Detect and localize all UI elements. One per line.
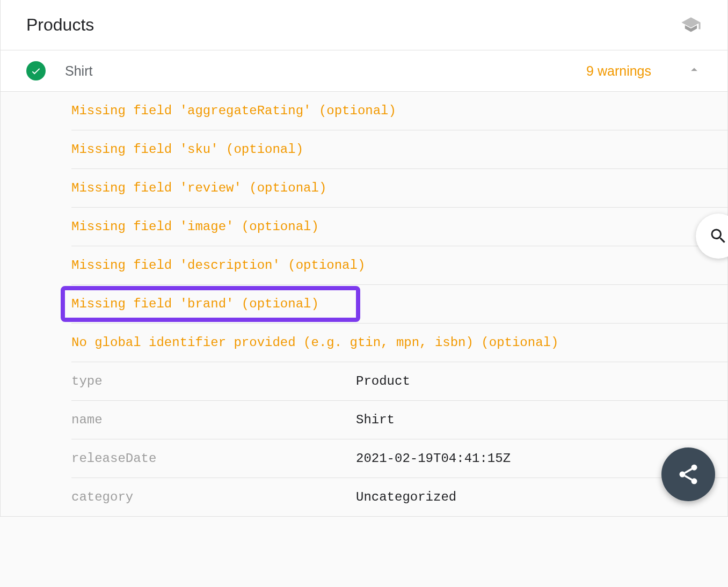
property-key: releaseDate (71, 451, 356, 466)
property-value: 2021-02-19T04:41:15Z (356, 451, 511, 466)
warning-row[interactable]: No global identifier provided (e.g. gtin… (71, 324, 727, 362)
education-icon[interactable] (680, 16, 702, 35)
share-icon (676, 463, 700, 486)
products-panel: Products Shirt 9 warnings Missing field … (0, 0, 728, 517)
property-row: nameShirt (71, 401, 727, 439)
property-key: name (71, 413, 356, 427)
search-icon (709, 226, 728, 246)
warning-row[interactable]: Missing field 'review' (optional) (71, 169, 727, 208)
warning-row[interactable]: Missing field 'aggregateRating' (optiona… (71, 92, 727, 130)
warning-row[interactable]: Missing field 'brand' (optional) (71, 285, 727, 324)
share-button[interactable] (661, 447, 715, 501)
property-key: type (71, 374, 356, 388)
warnings-count: 9 warnings (586, 63, 651, 79)
warning-row[interactable]: Missing field 'description' (optional) (71, 246, 727, 285)
item-name: Shirt (65, 63, 567, 79)
checkmark-icon (30, 65, 42, 77)
property-row: typeProduct (71, 362, 727, 401)
svg-point-1 (680, 472, 686, 478)
property-value: Shirt (356, 413, 395, 427)
warning-row[interactable]: Missing field 'sku' (optional) (71, 130, 727, 169)
highlight-annotation (61, 286, 360, 322)
property-key: category (71, 490, 356, 504)
property-value: Uncategorized (356, 490, 456, 504)
panel-header: Products (1, 0, 727, 50)
item-header-row[interactable]: Shirt 9 warnings (1, 50, 727, 92)
item-details: Missing field 'aggregateRating' (optiona… (1, 92, 727, 516)
status-badge-success (26, 61, 46, 80)
property-row: categoryUncategorized (71, 478, 727, 516)
warning-row[interactable]: Missing field 'image' (optional) (71, 208, 727, 246)
property-value: Product (356, 374, 410, 388)
page-title: Products (26, 15, 94, 35)
property-row: releaseDate2021-02-19T04:41:15Z (71, 439, 727, 478)
chevron-up-icon[interactable] (687, 62, 702, 79)
